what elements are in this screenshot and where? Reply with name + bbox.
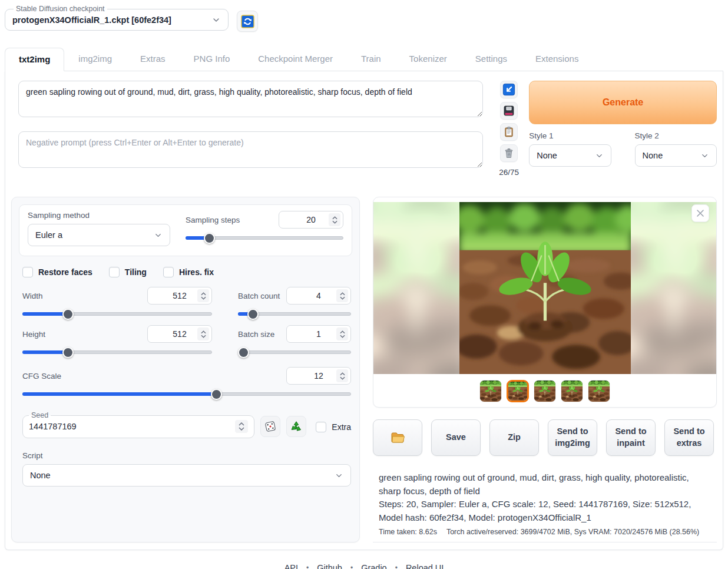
tab-tokenizer[interactable]: Tokenizer	[395, 47, 461, 71]
prompt-region: green sapling rowing out of ground, mud,…	[11, 81, 717, 177]
batch-size-slider[interactable]	[238, 347, 351, 358]
thumbnail-4[interactable]	[561, 380, 583, 402]
seed-input[interactable]: Seed 1441787169	[22, 411, 254, 438]
hires-fix-label: Hires. fix	[179, 267, 214, 277]
open-folder-button[interactable]	[373, 419, 422, 456]
cfg-scale-label: CFG Scale	[22, 372, 61, 381]
send-to-inpaint-button[interactable]: Send to inpaint	[606, 419, 656, 456]
hires-fix-checkbox[interactable]: Hires. fix	[163, 267, 214, 277]
chevron-down-icon	[700, 151, 709, 160]
sampling-steps-slider[interactable]	[186, 233, 343, 243]
read-params-button[interactable]	[500, 81, 518, 98]
restore-faces-checkbox[interactable]: Restore faces	[22, 267, 92, 277]
sampling-method-select[interactable]: Euler a	[28, 224, 170, 246]
sampling-steps-label: Sampling steps	[186, 216, 240, 224]
width-slider[interactable]	[22, 309, 212, 319]
tab-checkpoint-merger[interactable]: Checkpoint Merger	[244, 47, 347, 71]
height-input[interactable]: 512	[147, 325, 212, 343]
footer-link-api[interactable]: API	[284, 563, 298, 569]
chevron-down-icon	[154, 231, 163, 240]
tab-txt2img[interactable]: txt2img	[5, 48, 64, 71]
dice-icon	[264, 420, 277, 433]
tab-png-info[interactable]: PNG Info	[180, 47, 244, 71]
close-gallery-button[interactable]	[691, 204, 709, 222]
stepper-icon[interactable]	[197, 289, 209, 302]
stepper-icon[interactable]	[336, 327, 348, 340]
options-row: Restore faces Tiling Hires. fix	[22, 267, 351, 277]
width-label: Width	[22, 292, 43, 300]
cfg-scale-slider[interactable]	[22, 389, 351, 399]
thumbnail-2-selected[interactable]	[507, 380, 529, 402]
tab-img2img[interactable]: img2img	[64, 47, 126, 71]
tab-extras[interactable]: Extras	[126, 47, 180, 71]
footer: API• Github• Gradio• Reload UI python: 3…	[5, 563, 723, 569]
save-button[interactable]: Save	[431, 419, 481, 456]
seed-value: 1441787169	[29, 422, 77, 431]
sampling-steps-value: 20	[306, 215, 316, 224]
chevron-down-icon	[595, 151, 604, 160]
batch-size-input[interactable]: 1	[286, 325, 351, 343]
recycle-icon	[290, 420, 303, 433]
paste-style-button[interactable]	[500, 123, 518, 141]
save-style-button[interactable]	[500, 102, 518, 120]
height-value: 512	[173, 329, 186, 339]
generation-info: green sapling rowing out of ground, mud,…	[373, 471, 717, 542]
output-buttons-row: Save Zip Send to img2img Send to inpaint…	[373, 419, 717, 456]
token-counter: 26/75	[499, 168, 519, 177]
seed-row: Seed 1441787169	[22, 411, 351, 438]
clear-prompt-button[interactable]	[500, 144, 518, 162]
tiling-checkbox[interactable]: Tiling	[109, 267, 147, 277]
sampling-steps-input[interactable]: 20	[279, 211, 343, 229]
zip-button[interactable]: Zip	[489, 419, 539, 456]
width-input[interactable]: 512	[147, 287, 212, 305]
stepper-icon[interactable]	[336, 369, 348, 382]
random-seed-button[interactable]	[260, 416, 280, 437]
style2-select[interactable]: None	[635, 144, 717, 167]
style2-value: None	[643, 151, 663, 160]
checkpoint-select[interactable]: Stable Diffusion checkpoint protogenX34O…	[5, 5, 229, 31]
dot-separator: •	[306, 564, 309, 569]
batch-count-label: Batch count	[238, 292, 280, 300]
folder-icon	[391, 431, 405, 444]
batch-count-slider[interactable]	[238, 309, 351, 319]
send-to-img2img-button[interactable]: Send to img2img	[548, 419, 597, 456]
floppy-disk-icon	[503, 105, 515, 117]
thumbnail-1[interactable]	[479, 380, 502, 402]
tab-settings[interactable]: Settings	[461, 47, 521, 71]
gallery-blur-left	[373, 202, 459, 374]
seed-label: Seed	[29, 411, 51, 419]
dot-separator: •	[350, 564, 353, 569]
batch-count-input[interactable]: 4	[286, 287, 351, 305]
checkpoint-row: Stable Diffusion checkpoint protogenX34O…	[5, 0, 723, 37]
tab-train[interactable]: Train	[347, 47, 395, 71]
footer-link-github[interactable]: Github	[317, 563, 342, 569]
cfg-scale-input[interactable]: 12	[286, 367, 351, 385]
style1-select[interactable]: None	[529, 144, 611, 167]
thumbnail-5[interactable]	[588, 380, 610, 402]
footer-link-reload-ui[interactable]: Reload UI	[406, 563, 444, 569]
stepper-icon[interactable]	[197, 327, 209, 340]
extra-seed-label: Extra	[332, 422, 351, 432]
tab-extensions[interactable]: Extensions	[521, 47, 593, 71]
refresh-checkpoint-button[interactable]	[237, 11, 258, 32]
script-select[interactable]: None	[22, 464, 351, 487]
checkpoint-label: Stable Diffusion checkpoint	[14, 5, 107, 13]
result-gallery	[373, 197, 717, 408]
height-slider[interactable]	[22, 347, 212, 358]
thumbnail-3[interactable]	[534, 380, 556, 402]
generate-button[interactable]: Generate	[529, 81, 717, 124]
checkpoint-value: protogenX34OfficialR_1.ckpt [60fe2f34]	[12, 15, 171, 25]
stepper-icon[interactable]	[329, 213, 340, 226]
reuse-seed-button[interactable]	[286, 416, 306, 437]
generated-image[interactable]	[459, 202, 631, 374]
negative-prompt-input[interactable]	[18, 131, 483, 168]
clipboard-icon	[503, 126, 515, 138]
footer-link-gradio[interactable]: Gradio	[361, 563, 387, 569]
style2-label: Style 2	[635, 131, 717, 140]
send-to-extras-button[interactable]: Send to extras	[664, 419, 714, 456]
extra-seed-checkbox[interactable]: Extra	[316, 422, 351, 432]
info-prompt-text: green sapling rowing out of ground, mud,…	[379, 471, 709, 498]
stepper-icon[interactable]	[235, 420, 248, 433]
prompt-input[interactable]: green sapling rowing out of ground, mud,…	[18, 81, 483, 117]
stepper-icon[interactable]	[336, 289, 348, 302]
